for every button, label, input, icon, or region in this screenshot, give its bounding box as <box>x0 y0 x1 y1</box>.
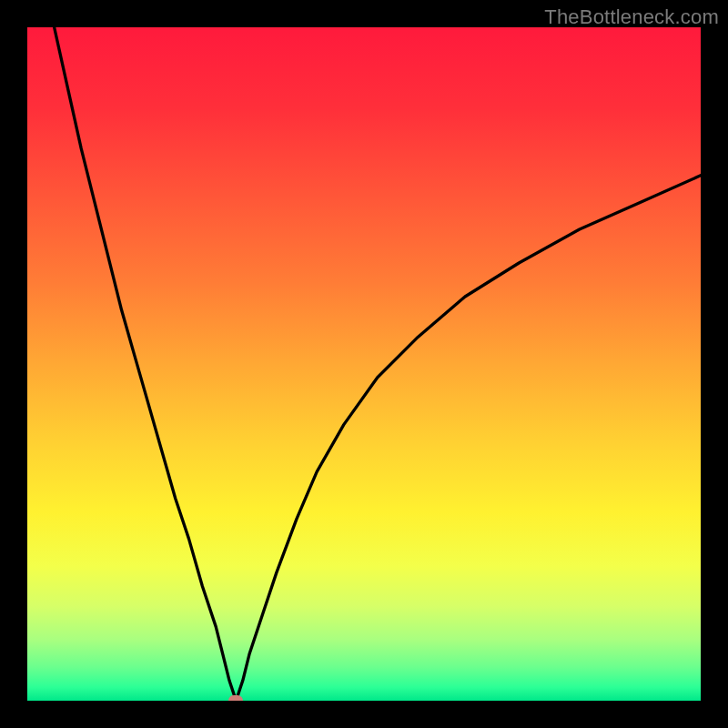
bottleneck-curve <box>27 27 701 701</box>
plot-area <box>27 27 701 701</box>
chart-frame: TheBottleneck.com <box>0 0 728 728</box>
vertex-marker <box>228 695 243 701</box>
watermark-text: TheBottleneck.com <box>544 5 719 29</box>
